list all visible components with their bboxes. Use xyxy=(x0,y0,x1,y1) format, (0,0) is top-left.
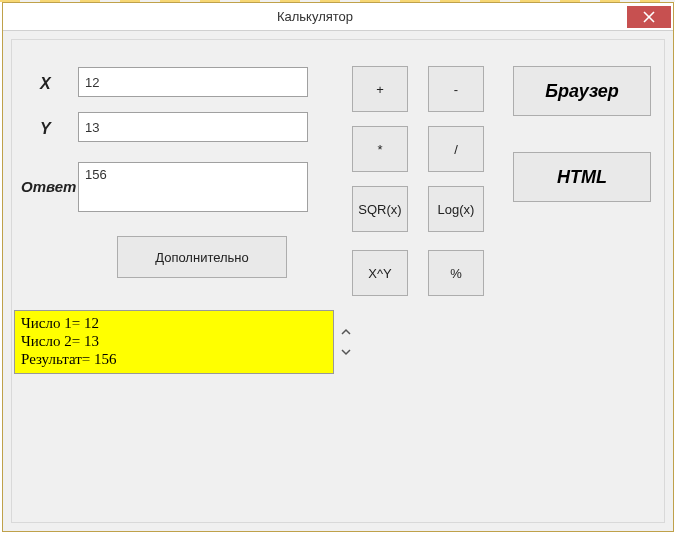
spinner-up-button[interactable] xyxy=(338,325,354,339)
log-line: Результат= 156 xyxy=(21,350,327,368)
y-input[interactable] xyxy=(78,112,308,142)
power-button[interactable]: X^Y xyxy=(352,250,408,296)
y-label: Y xyxy=(40,120,51,138)
chevron-up-icon xyxy=(341,328,351,336)
calculator-window: Калькулятор X Y Ответ 156 Дополнительно … xyxy=(2,2,674,532)
multiply-button[interactable]: * xyxy=(352,126,408,172)
answer-output[interactable]: 156 xyxy=(78,162,308,212)
extra-button[interactable]: Дополнительно xyxy=(117,236,287,278)
log-output: Число 1= 12 Число 2= 13 Результат= 156 xyxy=(14,310,334,374)
x-label: X xyxy=(40,75,51,93)
x-input[interactable] xyxy=(78,67,308,97)
plus-button[interactable]: + xyxy=(352,66,408,112)
log-button[interactable]: Log(x) xyxy=(428,186,484,232)
close-icon xyxy=(643,11,655,23)
html-button[interactable]: HTML xyxy=(513,152,651,202)
answer-label: Ответ xyxy=(21,178,76,195)
chevron-down-icon xyxy=(341,348,351,356)
titlebar: Калькулятор xyxy=(3,3,673,31)
divide-button[interactable]: / xyxy=(428,126,484,172)
minus-button[interactable]: - xyxy=(428,66,484,112)
log-line: Число 1= 12 xyxy=(21,314,327,332)
spinner-down-button[interactable] xyxy=(338,345,354,359)
log-line: Число 2= 13 xyxy=(21,332,327,350)
close-button[interactable] xyxy=(627,6,671,28)
sqr-button[interactable]: SQR(x) xyxy=(352,186,408,232)
client-area: X Y Ответ 156 Дополнительно + - * / SQR(… xyxy=(11,39,665,523)
window-title: Калькулятор xyxy=(3,9,627,24)
log-spinner xyxy=(336,310,356,374)
browser-button[interactable]: Браузер xyxy=(513,66,651,116)
percent-button[interactable]: % xyxy=(428,250,484,296)
